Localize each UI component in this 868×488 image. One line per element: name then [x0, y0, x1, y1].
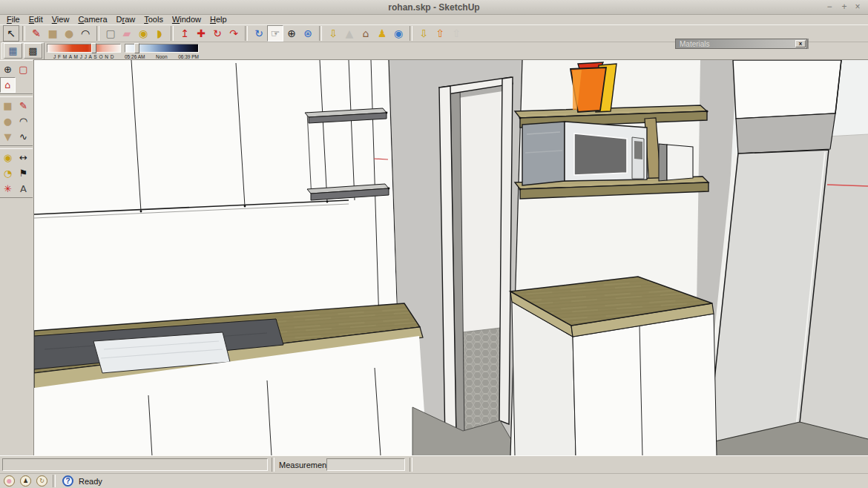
arc-tool-button[interactable]: ◠	[16, 113, 31, 129]
zoom-extents-button[interactable]: ⊛	[300, 25, 316, 42]
time-slider-thumb[interactable]	[134, 43, 139, 53]
tool-icon: ↔	[19, 153, 27, 162]
axes-tool-button[interactable]: ✳	[0, 181, 16, 197]
photo-textures-button[interactable]: ⌂	[358, 25, 374, 42]
circle-tool-button[interactable]: ●	[61, 25, 77, 42]
model-viewport[interactable]	[34, 59, 868, 455]
view-top-button[interactable]: ⊕	[0, 62, 16, 77]
tool-icon: ↻	[213, 28, 222, 39]
separator	[171, 26, 174, 41]
view-iso-button[interactable]: ⌂	[0, 77, 16, 93]
materials-close-button[interactable]: x	[795, 40, 806, 47]
polygon-tool-button[interactable]: ▼	[0, 129, 16, 145]
separator	[319, 26, 322, 41]
menu-item[interactable]: Camera	[73, 15, 111, 24]
date-slider-track[interactable]	[47, 44, 121, 53]
tape-measure-button[interactable]: ◉	[135, 25, 151, 42]
text-tool-button[interactable]: ⚑	[16, 165, 31, 181]
circle-tool-button[interactable]: ●	[0, 113, 16, 129]
menu-item[interactable]: Edit	[24, 15, 47, 24]
materials-window[interactable]: Materials x	[675, 39, 807, 49]
tool-icon: ♟	[378, 28, 387, 39]
orbit-tool-button[interactable]: ↻	[251, 25, 267, 42]
make-component-button[interactable]: ▢	[102, 25, 119, 42]
date-slider-thumb[interactable]	[91, 43, 96, 53]
sign-in-status-icon[interactable]: ↻	[36, 475, 47, 487]
push-pull-button[interactable]: ↥	[177, 25, 193, 42]
minimize-button[interactable]: −	[823, 1, 835, 13]
construction-section: ◉↔◔⚑✳A	[0, 148, 33, 198]
pan-tool-button[interactable]: ☞	[267, 25, 283, 42]
line-tool-button[interactable]: ✎	[16, 98, 31, 113]
eraser-tool-button[interactable]: ▰	[119, 25, 135, 42]
tool-icon: ↥	[180, 28, 189, 39]
tool-icon: ●	[4, 116, 12, 126]
add-location-button[interactable]: ⇩	[325, 25, 341, 42]
menu-item[interactable]: File	[2, 15, 24, 24]
divider	[272, 458, 274, 472]
tool-icon: ⌂	[363, 28, 369, 39]
freehand-tool-button[interactable]: ∿	[16, 129, 31, 145]
shadow-settings-button[interactable]: ▦	[4, 43, 22, 59]
tape-measure-button[interactable]: ◉	[0, 150, 16, 165]
microwave	[522, 122, 647, 185]
zoom-tool-button[interactable]: ⊕	[283, 25, 300, 42]
tool-icon: ▢	[105, 28, 115, 39]
view-front-button[interactable]: ▢	[16, 62, 31, 77]
tool-icon: ◉	[4, 153, 12, 162]
materials-window-title: Materials	[680, 40, 710, 48]
toaster-box	[659, 144, 693, 181]
toggle-terrain-button[interactable]: ▲	[341, 25, 358, 42]
tool-icon: ✎	[32, 28, 41, 39]
follow-me-button[interactable]: ↷	[226, 25, 242, 42]
google-earth-button[interactable]: ◉	[390, 25, 407, 42]
select-tool-button[interactable]: ↖	[3, 25, 19, 42]
title-bar: rohan.skp - SketchUp − + ×	[0, 0, 868, 15]
shadows-toggle-button[interactable]: ▩	[24, 43, 42, 59]
model-figure-button[interactable]: ♟	[374, 25, 390, 42]
rotate-tool-button[interactable]: ↻	[209, 25, 226, 42]
status-ready-text: Ready	[79, 477, 102, 486]
separator	[96, 26, 99, 41]
menu-item[interactable]: Help	[206, 15, 231, 24]
paint-bucket-button[interactable]: ◗	[151, 25, 168, 42]
divider	[410, 458, 412, 472]
time-slider-labels: 05:26 AM Noon 06:39 PM	[125, 54, 199, 59]
tool-icon: ▢	[19, 65, 27, 74]
menu-item[interactable]: View	[47, 15, 74, 24]
tool-icon: ◠	[81, 28, 90, 39]
kitchen-model-canvas	[34, 60, 868, 456]
date-slider-months: J F M A M J J A S O N D	[47, 54, 121, 59]
island-cabinet	[510, 277, 717, 456]
tool-icon: ⇧	[435, 28, 444, 39]
protractor-tool-button[interactable]: ◔	[0, 165, 16, 181]
share-component-button[interactable]: ⇧	[448, 25, 464, 42]
tool-icon: ◉	[139, 28, 148, 39]
menu-item[interactable]: Tools	[139, 15, 168, 24]
shadow-buttons-group: ▦ ▩	[1, 42, 45, 60]
tool-icon: ↷	[229, 28, 238, 39]
3d-text-tool-button[interactable]: A	[16, 181, 31, 197]
dimension-tool-button[interactable]: ↔	[16, 150, 31, 165]
menu-item[interactable]: Draw	[112, 15, 140, 24]
geolocation-status-icon[interactable]: ●	[4, 475, 15, 487]
close-button[interactable]: ×	[852, 1, 864, 13]
tool-icon: ▲	[346, 28, 354, 39]
move-tool-button[interactable]: ✚	[193, 25, 209, 42]
tool-palette: ⊕▢⌂ ■✎●◠▼∿ ◉↔◔⚑✳A	[0, 59, 34, 455]
arc-tool-button[interactable]: ◠	[77, 25, 93, 42]
rectangle-tool-button[interactable]: ■	[45, 25, 61, 42]
separator	[22, 26, 25, 41]
share-model-button[interactable]: ⇧	[432, 25, 448, 42]
credit-status-icon[interactable]: ♟	[20, 475, 31, 487]
status-hint-well	[2, 458, 268, 471]
help-icon[interactable]: ?	[62, 475, 73, 487]
tool-icon: ▼	[4, 132, 12, 142]
measurements-input[interactable]	[326, 458, 405, 471]
get-models-button[interactable]: ⇩	[415, 25, 432, 42]
menu-item[interactable]: Window	[168, 15, 206, 24]
tool-icon: ⌂	[4, 80, 10, 90]
maximize-button[interactable]: +	[838, 1, 850, 13]
rectangle-tool-button[interactable]: ■	[0, 98, 16, 113]
line-tool-button[interactable]: ✎	[28, 25, 45, 42]
